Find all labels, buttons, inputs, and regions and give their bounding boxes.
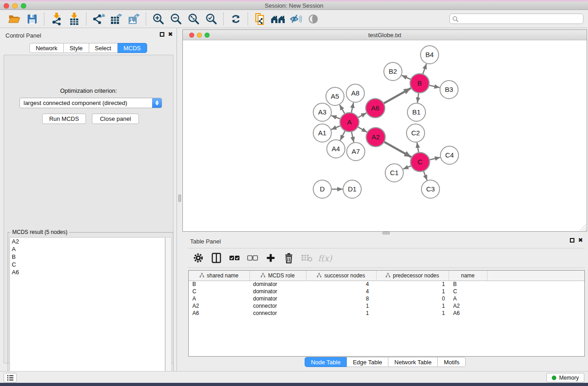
control-panel-title: Control Panel	[5, 32, 41, 39]
zoom-fit-button[interactable]	[185, 12, 202, 26]
table-row[interactable]: Bdominator41B	[189, 281, 584, 288]
node-B3[interactable]: B3	[440, 81, 458, 99]
column-header-predecessor-nodes[interactable]: predecessor nodes	[376, 271, 449, 281]
network-canvas[interactable]: AA1A2A3A4A5A6A7A8BB1B2B3B4CC1C2C3C4DD1	[183, 40, 587, 231]
refresh-button[interactable]	[227, 12, 244, 26]
node-B[interactable]: B	[410, 74, 429, 93]
tab-mcds[interactable]: MCDS	[118, 43, 147, 53]
tab-network[interactable]: Network	[29, 43, 64, 53]
show-columns-button[interactable]	[210, 252, 222, 264]
svg-text:C2: C2	[411, 129, 420, 137]
cell-mcds-role: dominator	[249, 288, 306, 295]
table-row[interactable]: Cdominator41C	[189, 288, 584, 295]
task-history-button[interactable]	[4, 373, 17, 382]
tab-select[interactable]: Select	[89, 43, 118, 53]
node-A4[interactable]: A4	[327, 140, 345, 158]
node-A2[interactable]: A2	[366, 128, 385, 147]
open-file-button[interactable]	[5, 12, 23, 26]
column-header-shared-name[interactable]: shared name	[189, 271, 249, 281]
node-A1[interactable]: A1	[313, 124, 331, 142]
tab-node-table[interactable]: Node Table	[305, 357, 347, 367]
node-C4[interactable]: C4	[440, 146, 459, 164]
node-A8[interactable]: A8	[346, 84, 364, 102]
zoom-selected-button[interactable]	[202, 12, 220, 26]
export-network-button[interactable]	[90, 12, 107, 26]
mcds-result-item[interactable]: C	[10, 261, 165, 268]
mcds-result-item[interactable]: A6	[10, 268, 165, 276]
svg-text:A7: A7	[352, 148, 360, 155]
close-table-panel-icon[interactable]: ✖	[578, 238, 583, 243]
main-area: Control Panel ✖ Network Style Select MCD…	[0, 28, 588, 371]
cell-filler	[487, 310, 584, 317]
table-row[interactable]: A6connector11A6	[189, 310, 584, 317]
mcds-result-item[interactable]: B	[10, 253, 165, 261]
node-D1[interactable]: D1	[343, 180, 361, 198]
create-column-button[interactable]	[265, 252, 277, 264]
mcds-result-item[interactable]: A	[10, 245, 165, 253]
table-row[interactable]: A2connector11A2	[189, 302, 584, 310]
delete-table-button[interactable]	[301, 252, 313, 264]
function-builder-button[interactable]: f(x)	[319, 252, 331, 264]
node-C[interactable]: C	[411, 152, 430, 172]
hide-selected-button[interactable]	[287, 12, 304, 26]
toolbar-separator	[146, 13, 146, 25]
search-input[interactable]	[449, 14, 583, 24]
import-network-button[interactable]	[48, 12, 65, 26]
node-D[interactable]: D	[313, 180, 331, 198]
node-B1[interactable]: B1	[407, 103, 425, 121]
node-B2[interactable]: B2	[384, 62, 402, 81]
node-A[interactable]: A	[340, 113, 359, 132]
vertical-splitter-handle[interactable]	[178, 195, 181, 202]
cell-predecessor-nodes: 1	[376, 302, 449, 310]
cell-shared-name: A	[189, 295, 249, 302]
export-image-button[interactable]	[125, 12, 143, 26]
show-all-button[interactable]	[304, 12, 322, 26]
float-table-panel-icon[interactable]	[570, 238, 574, 243]
show-all-icon	[307, 14, 320, 24]
zoom-in-button[interactable]	[149, 12, 167, 26]
node-A7[interactable]: A7	[347, 143, 365, 161]
table-row[interactable]: Adominator80A	[189, 295, 584, 302]
node-C3[interactable]: C3	[421, 180, 440, 198]
node-A3[interactable]: A3	[313, 103, 331, 121]
tab-edge-table[interactable]: Edge Table	[347, 357, 388, 367]
delete-column-button[interactable]	[283, 252, 295, 264]
toolbar-separator	[248, 13, 248, 25]
import-table-button[interactable]	[65, 12, 83, 26]
save-session-button[interactable]	[23, 12, 41, 26]
delete-table-icon	[301, 253, 313, 262]
float-panel-icon[interactable]	[160, 32, 164, 37]
node-C2[interactable]: C2	[406, 124, 425, 142]
mcds-result-item[interactable]: A2	[10, 238, 165, 245]
clone-network-button[interactable]	[251, 12, 269, 26]
tab-network-table[interactable]: Network Table	[388, 357, 438, 367]
close-panel-icon[interactable]: ✖	[168, 32, 173, 37]
cell-filler	[487, 302, 584, 310]
node-A5[interactable]: A5	[326, 87, 344, 105]
node-C1[interactable]: C1	[385, 164, 403, 182]
first-neighbors-button[interactable]	[269, 12, 287, 26]
clone-network-icon	[254, 13, 266, 25]
node-A6[interactable]: A6	[366, 99, 385, 118]
table-settings-button[interactable]	[192, 252, 204, 264]
column-header-name[interactable]: name	[449, 271, 487, 281]
criterion-select[interactable]: largest connected component (directed)	[19, 98, 162, 108]
network-window-title: testGlobe.txt	[183, 32, 587, 38]
attribute-tree-icon	[200, 273, 204, 278]
column-header-successor-nodes[interactable]: successor nodes	[306, 271, 376, 281]
tab-motifs[interactable]: Motifs	[438, 357, 466, 367]
tab-style[interactable]: Style	[64, 43, 89, 53]
close-panel-button[interactable]: Close panel	[92, 114, 139, 124]
column-header-MCDS-role[interactable]: MCDS role	[249, 271, 306, 281]
node-B4[interactable]: B4	[421, 46, 439, 64]
run-mcds-button[interactable]: Run MCDS	[42, 114, 86, 124]
svg-text:B2: B2	[389, 67, 397, 75]
select-all-rows-button[interactable]	[229, 252, 240, 264]
network-view-window: testGlobe.txt AA1A2A3A4A5A6A7A8BB1B2B3B4…	[182, 29, 587, 232]
mcds-result-scrollbar[interactable]	[165, 237, 172, 386]
zoom-out-button[interactable]	[167, 12, 185, 26]
deselect-all-rows-button[interactable]	[247, 252, 258, 264]
memory-button[interactable]: Memory	[546, 373, 584, 382]
cell-successor-nodes: 8	[306, 295, 376, 302]
export-table-button[interactable]	[107, 12, 125, 26]
